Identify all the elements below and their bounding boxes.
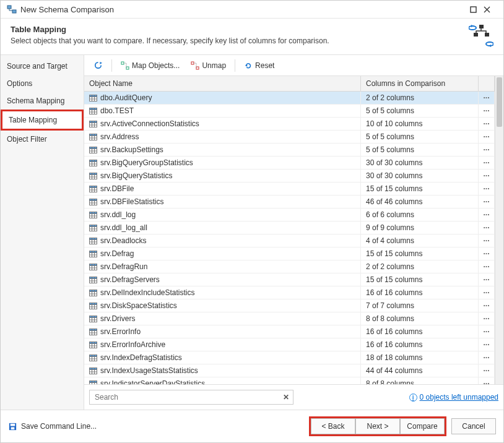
table-icon: [89, 251, 97, 257]
search-input[interactable]: [93, 392, 283, 402]
table-row[interactable]: srv.DefragServers15 of 15 columns···: [84, 273, 495, 286]
columns-cell: 46 of 46 columns: [361, 196, 479, 208]
table-row[interactable]: srv.DBFile15 of 15 columns···: [84, 183, 495, 196]
svg-rect-0: [7, 6, 11, 9]
row-actions-button[interactable]: ···: [479, 377, 495, 384]
table-row[interactable]: srv.ddl_log_all9 of 9 columns···: [84, 222, 495, 234]
row-actions-button[interactable]: ···: [479, 131, 495, 143]
svg-marker-7: [489, 45, 491, 47]
sidebar-item-source-and-target[interactable]: Source and Target: [1, 58, 84, 75]
sidebar-item-table-mapping[interactable]: Table Mapping: [1, 110, 84, 131]
row-actions-button[interactable]: ···: [479, 222, 495, 234]
columns-cell: 10 of 10 columns: [361, 118, 479, 130]
reset-button[interactable]: Reset: [240, 59, 279, 72]
page-subtitle: Select objects that you want to compare.…: [11, 37, 469, 45]
table-row[interactable]: srv.ActiveConnectionStatistics10 of 10 c…: [84, 118, 495, 131]
row-actions-button[interactable]: ···: [479, 183, 495, 195]
cancel-button[interactable]: Cancel: [451, 418, 496, 434]
row-actions-button[interactable]: ···: [479, 209, 495, 221]
row-actions-button[interactable]: ···: [479, 118, 495, 130]
sidebar-item-object-filter[interactable]: Object Filter: [1, 131, 84, 148]
back-button[interactable]: < Back: [311, 418, 355, 434]
table-row[interactable]: srv.Address5 of 5 columns···: [84, 131, 495, 144]
refresh-button[interactable]: [89, 59, 107, 72]
object-name-text: srv.ErrorInfo: [100, 327, 141, 336]
row-actions-button[interactable]: ···: [479, 338, 495, 351]
row-actions-button[interactable]: ···: [479, 286, 495, 299]
table-row[interactable]: srv.BackupSettings5 of 5 columns···: [84, 144, 495, 157]
row-actions-button[interactable]: ···: [479, 170, 495, 182]
column-header-name[interactable]: Object Name: [84, 76, 361, 91]
row-actions-button[interactable]: ···: [479, 247, 495, 260]
table-row[interactable]: srv.DefragRun2 of 2 columns···: [84, 260, 495, 273]
table-row[interactable]: srv.BigQueryStatistics30 of 30 columns··…: [84, 170, 495, 183]
table-row[interactable]: dbo.TEST5 of 5 columns···: [84, 105, 495, 118]
toolbar: Map Objects... Unmap Reset: [84, 55, 503, 76]
row-actions-button[interactable]: ···: [479, 364, 495, 377]
row-actions-button[interactable]: ···: [479, 312, 495, 325]
object-name-cell: srv.DefragRun: [84, 260, 361, 273]
table-row[interactable]: srv.Defrag15 of 15 columns···: [84, 247, 495, 260]
row-actions-button[interactable]: ···: [479, 299, 495, 312]
unmapped-objects-link[interactable]: i 0 objects left unmapped: [409, 393, 498, 402]
table-row[interactable]: srv.DiskSpaceStatistics7 of 7 columns···: [84, 299, 495, 312]
row-actions-button[interactable]: ···: [479, 260, 495, 273]
row-actions-button[interactable]: ···: [479, 273, 495, 286]
svg-rect-60: [90, 212, 97, 213]
row-actions-button[interactable]: ···: [479, 144, 495, 156]
table-row[interactable]: srv.IndexUsageStatsStatistics44 of 44 co…: [84, 364, 495, 377]
unmap-label: Unmap: [202, 61, 226, 70]
svg-rect-2: [471, 7, 476, 12]
object-name-text: srv.DefragRun: [100, 262, 147, 271]
table-row[interactable]: srv.ErrorInfo16 of 16 columns···: [84, 325, 495, 338]
row-actions-button[interactable]: ···: [479, 92, 495, 104]
compare-button[interactable]: Compare: [400, 418, 445, 434]
object-name-text: srv.DefragServers: [100, 275, 160, 284]
sidebar-item-schema-mapping[interactable]: Schema Mapping: [1, 92, 84, 110]
table-row[interactable]: srv.BigQueryGroupStatistics30 of 30 colu…: [84, 157, 495, 170]
close-button[interactable]: [484, 6, 497, 13]
next-button[interactable]: Next >: [355, 418, 400, 434]
table-row[interactable]: srv.ErrorInfoArchive16 of 16 columns···: [84, 338, 495, 351]
row-actions-button[interactable]: ···: [479, 157, 495, 169]
columns-cell: 4 of 4 columns: [361, 234, 479, 247]
columns-cell: 15 of 15 columns: [361, 247, 479, 260]
table-row[interactable]: srv.IndexDefragStatistics18 of 18 column…: [84, 351, 495, 364]
main-panel: Map Objects... Unmap Reset Object Name C…: [84, 55, 503, 410]
row-actions-button[interactable]: ···: [479, 234, 495, 247]
table-row[interactable]: srv.DBFileStatistics46 of 46 columns···: [84, 196, 495, 209]
search-box[interactable]: ✕: [89, 390, 293, 405]
table-row[interactable]: srv.ddl_log6 of 6 columns···: [84, 209, 495, 222]
row-actions-button[interactable]: ···: [479, 351, 495, 364]
columns-cell: 6 of 6 columns: [361, 209, 479, 221]
save-command-line-button[interactable]: Save Command Line...: [8, 422, 304, 431]
row-actions-button[interactable]: ···: [479, 325, 495, 338]
table-row[interactable]: srv.Deadlocks4 of 4 columns···: [84, 234, 495, 247]
map-objects-button[interactable]: Map Objects...: [116, 59, 184, 72]
table-row[interactable]: srv.Drivers8 of 8 columns···: [84, 312, 495, 325]
column-header-columns[interactable]: Columns in Comparison: [361, 76, 479, 91]
table-icon: [89, 316, 97, 322]
unmapped-objects-text: 0 objects left unmapped: [420, 393, 498, 402]
sidebar-item-options[interactable]: Options: [1, 75, 84, 92]
columns-cell: 16 of 16 columns: [361, 286, 479, 299]
table-row[interactable]: srv.DelIndexIncludeStatistics16 of 16 co…: [84, 286, 495, 299]
table-icon: [89, 212, 97, 218]
search-row: ✕ i 0 objects left unmapped: [84, 384, 503, 410]
svg-rect-45: [90, 173, 97, 174]
columns-cell: 5 of 5 columns: [361, 105, 479, 117]
objects-grid[interactable]: Object Name Columns in Comparison dbo.Au…: [84, 76, 495, 384]
clear-search-icon[interactable]: ✕: [283, 393, 289, 402]
table-icon: [89, 264, 97, 270]
table-row[interactable]: srv.IndicatorServerDayStatistics8 of 8 c…: [84, 377, 495, 384]
table-row[interactable]: dbo.AuditQuery2 of 2 columns···: [84, 92, 495, 105]
maximize-button[interactable]: [470, 6, 484, 13]
svg-rect-70: [90, 238, 97, 239]
row-actions-button[interactable]: ···: [479, 105, 495, 117]
unmap-button[interactable]: Unmap: [186, 59, 230, 72]
table-icon: [89, 199, 97, 205]
object-name-cell: srv.ErrorInfo: [84, 325, 361, 338]
object-name-text: srv.DiskSpaceStatistics: [100, 301, 177, 310]
row-actions-button[interactable]: ···: [479, 196, 495, 208]
vertical-scrollbar[interactable]: [495, 76, 503, 384]
